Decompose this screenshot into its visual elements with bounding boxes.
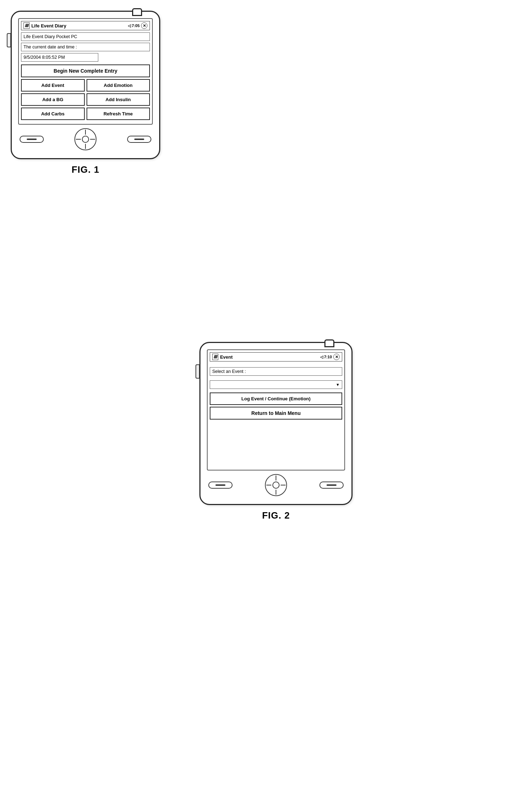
fig1-pda-container: ⊞ Life Event Diary ◁ 7:05 ✕ Life Event D…	[11, 11, 160, 175]
nav-pill-left[interactable]	[20, 136, 44, 143]
app-title-row: Life Event Diary Pocket PC	[21, 32, 150, 41]
spacer	[210, 364, 342, 367]
nav-pill-line	[27, 139, 37, 140]
button-row-1: Add Event Add Emotion	[21, 79, 150, 92]
fig2-close-button[interactable]: ✕	[333, 354, 340, 360]
dpad[interactable]	[74, 128, 97, 150]
title-bar-left: ⊞ Life Event Diary	[24, 22, 66, 29]
fig2-nav-pill-left[interactable]	[208, 482, 233, 489]
refresh-time-button[interactable]: Refresh Time	[87, 108, 150, 120]
dpad-down	[85, 144, 86, 149]
fig2-nav-pill-line-right	[327, 484, 337, 486]
close-button[interactable]: ✕	[141, 22, 147, 29]
fig2-stylus-slot	[324, 339, 334, 347]
fig2-nav-bar	[207, 474, 345, 496]
fig2-dpad-center[interactable]	[272, 482, 280, 489]
fig1-label: FIG. 1	[11, 164, 160, 175]
app-title-text: Life Event Diary Pocket PC	[24, 34, 77, 39]
fig2-pda-body: ⊞ Event ◁ 7:10 ✕ Select an Event : ▼	[199, 342, 353, 505]
fig2-dpad-left	[266, 485, 271, 485]
date-label-row: The current date and time :	[21, 43, 150, 51]
datetime-row: 9/5/2004 8:05:52 PM	[21, 53, 98, 62]
dropdown-chevron-icon: ▼	[336, 383, 340, 387]
fig2-label: FIG. 2	[199, 510, 353, 521]
fig1-nav-bar	[18, 128, 153, 150]
fig2-dpad-wrap	[265, 474, 287, 496]
fig2-nav-pill-right[interactable]	[319, 482, 344, 489]
begin-new-complete-entry-button[interactable]: Begin New Complete Entry	[21, 64, 150, 77]
fig2-nav-pill-line	[215, 484, 225, 486]
fig2-signal-icon: ◁ 7:10	[320, 355, 332, 359]
dpad-right	[90, 139, 95, 140]
add-insulin-button[interactable]: Add Insulin	[87, 93, 150, 106]
stylus-slot	[132, 8, 142, 16]
fig2-dpad[interactable]	[265, 474, 287, 496]
button-row-2: Add a BG Add Insulin	[21, 93, 150, 106]
fig2-side-button-left[interactable]	[195, 364, 200, 379]
add-carbs-button[interactable]: Add Carbs	[21, 108, 85, 120]
title-bar-right: ◁ 7:05 ✕	[128, 22, 147, 29]
datetime-text: 9/5/2004 8:05:52 PM	[24, 55, 65, 60]
dpad-up	[85, 130, 86, 135]
fig2-app-icon: ⊞	[212, 354, 218, 360]
signal-icon: ◁ 7:05	[128, 24, 140, 28]
select-event-label-row: Select an Event :	[210, 367, 342, 376]
fig2-dpad-right	[281, 485, 286, 485]
fig2-title-bar-left: ⊞ Event	[212, 354, 233, 360]
empty-content-area	[210, 421, 342, 468]
fig2-dpad-down	[276, 490, 276, 495]
spacer2	[210, 378, 342, 380]
button-row-3: Add Carbs Refresh Time	[21, 108, 150, 120]
fig1-screen: ⊞ Life Event Diary ◁ 7:05 ✕ Life Event D…	[18, 18, 153, 125]
dpad-wrap	[74, 128, 97, 150]
dpad-left	[76, 139, 81, 140]
select-event-label-text: Select an Event :	[212, 369, 246, 374]
fig2-pda-container: ⊞ Event ◁ 7:10 ✕ Select an Event : ▼	[199, 342, 353, 521]
nav-pill-line-right	[134, 139, 144, 140]
fig1-pda-body: ⊞ Life Event Diary ◁ 7:05 ✕ Life Event D…	[11, 11, 160, 159]
app-icon: ⊞	[24, 22, 30, 29]
fig2-screen: ⊞ Event ◁ 7:10 ✕ Select an Event : ▼	[207, 349, 345, 470]
event-dropdown[interactable]: ▼	[210, 380, 342, 389]
add-emotion-button[interactable]: Add Emotion	[87, 79, 150, 92]
nav-pill-right[interactable]	[127, 136, 151, 143]
fig1-title-bar: ⊞ Life Event Diary ◁ 7:05 ✕	[21, 21, 150, 30]
fig2-title-bar-right: ◁ 7:10 ✕	[320, 354, 340, 360]
title-text: Life Event Diary	[31, 23, 66, 28]
return-to-main-menu-button[interactable]: Return to Main Menu	[210, 407, 342, 420]
fig2-dpad-up	[276, 475, 276, 480]
log-event-button[interactable]: Log Event / Continue (Emotion)	[210, 392, 342, 405]
add-bg-button[interactable]: Add a BG	[21, 93, 85, 106]
add-event-button[interactable]: Add Event	[21, 79, 85, 92]
side-button-left[interactable]	[7, 33, 11, 47]
fig2-title-text: Event	[220, 354, 233, 360]
dpad-center[interactable]	[82, 136, 89, 143]
date-label-text: The current date and time :	[24, 45, 77, 50]
fig2-title-bar: ⊞ Event ◁ 7:10 ✕	[210, 352, 342, 362]
